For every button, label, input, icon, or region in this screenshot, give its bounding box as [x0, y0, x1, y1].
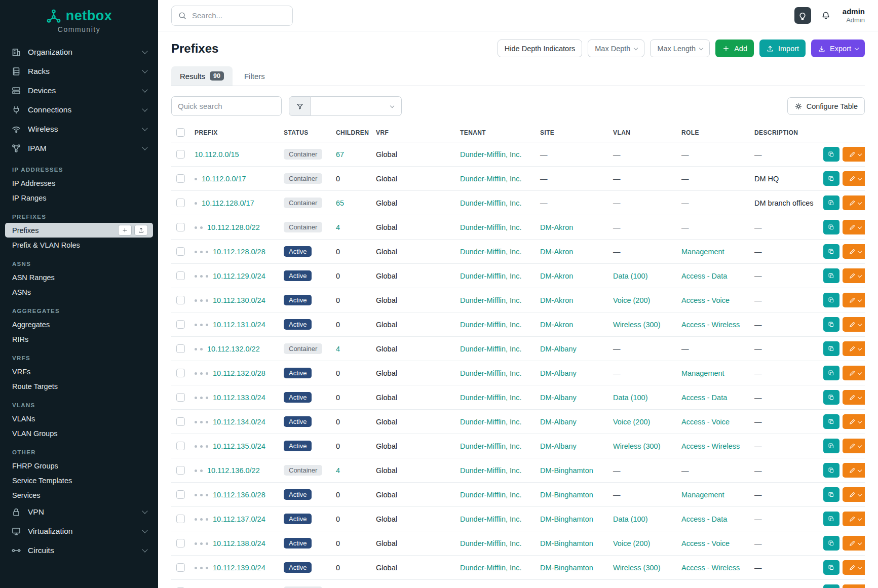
tenant-link[interactable]: Dunder-Mifflin, Inc. — [460, 466, 521, 475]
prefix-link[interactable]: 10.112.133.0/24 — [213, 394, 265, 402]
column-header-children[interactable]: CHILDREN — [336, 129, 369, 136]
sidebar-item-asns[interactable]: ASNs — [0, 285, 158, 299]
edit-dropdown-button[interactable] — [843, 584, 865, 588]
row-checkbox[interactable] — [176, 150, 185, 159]
select-all-checkbox[interactable] — [176, 128, 185, 137]
global-search-input[interactable] — [171, 6, 293, 26]
vlan-link[interactable]: Wireless (300) — [613, 442, 660, 450]
sidebar-item-services[interactable]: Services — [0, 488, 158, 502]
edit-dropdown-button[interactable] — [843, 147, 865, 162]
tenant-link[interactable]: Dunder-Mifflin, Inc. — [460, 394, 521, 402]
clone-button[interactable] — [823, 293, 839, 307]
prefix-link[interactable]: 10.112.134.0/24 — [213, 418, 265, 426]
edit-dropdown-button[interactable] — [843, 487, 865, 502]
clone-button[interactable] — [823, 341, 839, 356]
clone-button[interactable] — [823, 487, 839, 502]
clone-button[interactable] — [823, 220, 839, 234]
row-checkbox[interactable] — [176, 515, 185, 523]
quick-import-prefix-button[interactable] — [134, 225, 148, 236]
sidebar-item-connections[interactable]: Connections — [0, 100, 158, 120]
tenant-link[interactable]: Dunder-Mifflin, Inc. — [460, 564, 521, 572]
tenant-link[interactable]: Dunder-Mifflin, Inc. — [460, 296, 521, 304]
tenant-link[interactable]: Dunder-Mifflin, Inc. — [460, 369, 521, 377]
sidebar-item-vlans[interactable]: VLANs — [0, 411, 158, 426]
clone-button[interactable] — [823, 171, 839, 186]
edit-dropdown-button[interactable] — [843, 244, 865, 259]
tenant-link[interactable]: Dunder-Mifflin, Inc. — [460, 491, 521, 499]
tenant-link[interactable]: Dunder-Mifflin, Inc. — [460, 418, 521, 426]
user-menu[interactable]: admin Admin — [843, 7, 865, 24]
prefix-link[interactable]: 10.112.0.0/17 — [202, 175, 246, 183]
column-header-vlan[interactable]: VLAN — [613, 129, 630, 136]
row-checkbox[interactable] — [176, 320, 185, 329]
sidebar-item-ip-ranges[interactable]: IP Ranges — [0, 190, 158, 205]
sidebar-item-ipam[interactable]: IPAM — [0, 139, 158, 158]
edit-dropdown-button[interactable] — [843, 293, 865, 307]
edit-dropdown-button[interactable] — [843, 390, 865, 405]
prefix-link[interactable]: 10.112.132.0/28 — [213, 369, 265, 377]
hide-depth-indicators-button[interactable]: Hide Depth Indicators — [498, 40, 582, 57]
row-checkbox[interactable] — [176, 417, 185, 426]
prefix-link[interactable]: 10.112.129.0/24 — [213, 272, 265, 280]
sidebar-item-racks[interactable]: Racks — [0, 62, 158, 81]
column-header-site[interactable]: SITE — [540, 129, 554, 136]
export-dropdown[interactable]: Export — [811, 40, 865, 57]
edit-dropdown-button[interactable] — [843, 414, 865, 429]
tenant-link[interactable]: Dunder-Mifflin, Inc. — [460, 150, 521, 159]
sidebar-item-rirs[interactable]: RIRs — [0, 332, 158, 346]
vlan-link[interactable]: Voice (200) — [613, 296, 650, 304]
clone-button[interactable] — [823, 366, 839, 380]
clone-button[interactable] — [823, 584, 839, 588]
tenant-link[interactable]: Dunder-Mifflin, Inc. — [460, 248, 521, 256]
prefix-link[interactable]: 10.112.132.0/22 — [207, 345, 260, 353]
prefix-link[interactable]: 10.112.138.0/24 — [213, 539, 265, 547]
row-checkbox[interactable] — [176, 369, 185, 377]
quick-search-input[interactable] — [171, 96, 282, 116]
edit-dropdown-button[interactable] — [843, 195, 865, 210]
row-checkbox[interactable] — [176, 442, 185, 450]
row-checkbox[interactable] — [176, 199, 185, 207]
sidebar-item-ip-addresses[interactable]: IP Addresses — [0, 176, 158, 190]
site-link[interactable]: DM-Albany — [540, 418, 577, 426]
site-link[interactable]: DM-Binghamton — [540, 491, 593, 499]
clone-button[interactable] — [823, 195, 839, 210]
column-header-prefix[interactable]: PREFIX — [195, 129, 218, 136]
clone-button[interactable] — [823, 536, 839, 551]
prefix-link[interactable]: 10.112.128.0/22 — [207, 223, 260, 231]
role-link[interactable]: Access - Voice — [681, 418, 730, 426]
edit-dropdown-button[interactable] — [843, 341, 865, 356]
prefix-link[interactable]: 10.112.139.0/24 — [213, 564, 265, 572]
tenant-link[interactable]: Dunder-Mifflin, Inc. — [460, 321, 521, 329]
prefix-link[interactable]: 10.112.131.0/24 — [213, 321, 265, 329]
site-link[interactable]: DM-Binghamton — [540, 564, 593, 572]
add-button[interactable]: Add — [715, 40, 754, 57]
column-header-vrf[interactable]: VRF — [376, 129, 389, 136]
edit-dropdown-button[interactable] — [843, 317, 865, 332]
clone-button[interactable] — [823, 463, 839, 478]
theme-toggle-button[interactable] — [794, 7, 811, 24]
role-link[interactable]: Access - Wireless — [681, 442, 740, 450]
sidebar-item-virtualization[interactable]: Virtualization — [0, 522, 158, 541]
site-link[interactable]: DM-Albany — [540, 442, 577, 450]
clone-button[interactable] — [823, 147, 839, 162]
brand[interactable]: netbox Community — [0, 0, 158, 37]
site-link[interactable]: DM-Binghamton — [540, 515, 593, 523]
edit-dropdown-button[interactable] — [843, 171, 865, 186]
prefix-link[interactable]: 10.112.137.0/24 — [213, 515, 265, 523]
sidebar-item-vrfs[interactable]: VRFs — [0, 364, 158, 379]
role-link[interactable]: Access - Voice — [681, 296, 730, 304]
column-header-tenant[interactable]: TENANT — [460, 129, 486, 136]
children-count-link[interactable]: 67 — [336, 150, 344, 159]
children-count-link[interactable]: 4 — [336, 223, 340, 231]
clone-button[interactable] — [823, 244, 839, 259]
max-length-dropdown[interactable]: Max Length — [650, 40, 710, 57]
saved-filter-select[interactable] — [311, 96, 402, 116]
tenant-link[interactable]: Dunder-Mifflin, Inc. — [460, 175, 521, 183]
clone-button[interactable] — [823, 512, 839, 526]
row-checkbox[interactable] — [176, 223, 185, 231]
tab-results[interactable]: Results 90 — [171, 66, 233, 86]
site-link[interactable]: DM-Akron — [540, 272, 573, 280]
tenant-link[interactable]: Dunder-Mifflin, Inc. — [460, 272, 521, 280]
vlan-link[interactable]: Voice (200) — [613, 418, 650, 426]
sidebar-item-prefixes[interactable]: Prefixes — [5, 223, 153, 238]
